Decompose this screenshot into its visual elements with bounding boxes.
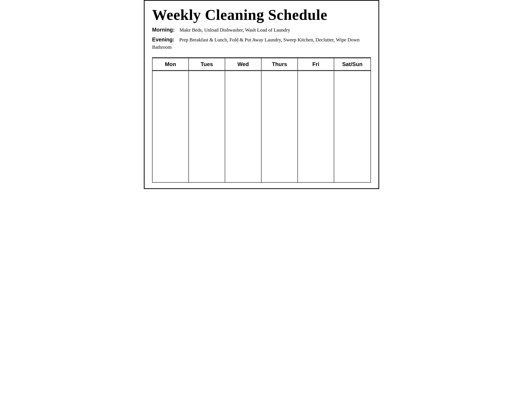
page-container: Weekly Cleaning Schedule Morning: Make B… <box>144 0 379 189</box>
cell-mon[interactable] <box>153 71 189 182</box>
table-body <box>153 71 370 182</box>
cell-tues[interactable] <box>189 71 225 182</box>
cell-wed[interactable] <box>225 71 262 182</box>
table-header: Mon Tues Wed Thurs Fri Sat/Sun <box>153 58 370 71</box>
col-header-mon: Mon <box>153 58 189 70</box>
page-title: Weekly Cleaning Schedule <box>152 7 371 23</box>
cell-thurs[interactable] <box>262 71 298 182</box>
cell-satsum[interactable] <box>334 71 370 182</box>
col-header-thurs: Thurs <box>262 58 298 70</box>
morning-task-line: Morning: Make Beds, Unload Dishwasher, W… <box>152 26 371 34</box>
col-header-tues: Tues <box>189 58 225 70</box>
daily-tasks: Morning: Make Beds, Unload Dishwasher, W… <box>152 26 371 53</box>
morning-tasks: Make Beds, Unload Dishwasher, Wash Load … <box>180 27 290 33</box>
evening-label: Evening: <box>152 37 174 42</box>
morning-label: Morning: <box>152 27 175 33</box>
col-header-satsum: Sat/Sun <box>334 58 370 70</box>
col-header-fri: Fri <box>298 58 334 70</box>
schedule-table: Mon Tues Wed Thurs Fri Sat/Sun <box>152 58 371 183</box>
col-header-wed: Wed <box>225 58 262 70</box>
evening-tasks: Prep Breakfast & Lunch, Fold & Put Away … <box>152 37 360 50</box>
evening-task-line: Evening: Prep Breakfast & Lunch, Fold & … <box>152 36 371 51</box>
cell-fri[interactable] <box>298 71 334 182</box>
